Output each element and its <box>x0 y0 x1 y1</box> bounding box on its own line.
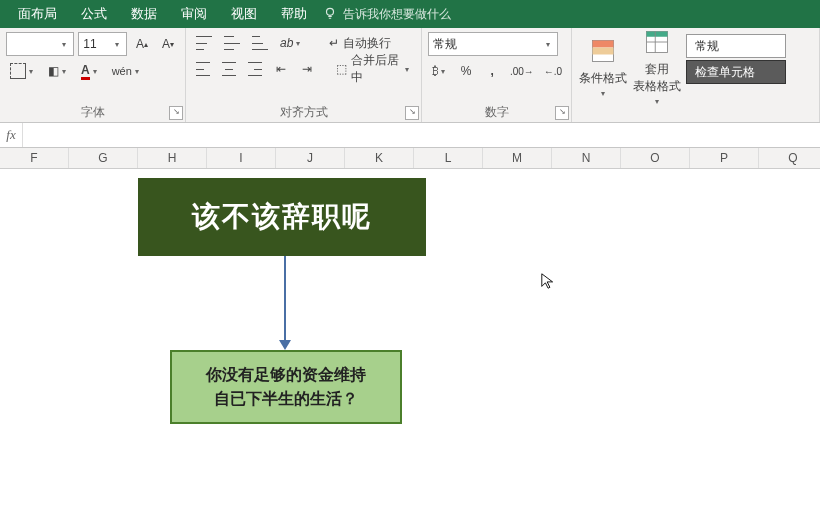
align-left-button[interactable] <box>192 58 214 80</box>
menu-layout[interactable]: 面布局 <box>6 0 69 28</box>
table-icon <box>643 28 671 59</box>
lightbulb-icon <box>323 6 337 23</box>
col-header[interactable]: K <box>345 148 414 168</box>
menu-help[interactable]: 帮助 <box>269 0 319 28</box>
percent-icon: % <box>461 64 472 78</box>
column-headers: F G H I J K L M N O P Q <box>0 148 820 169</box>
tell-me[interactable]: 告诉我你想要做什么 <box>323 6 451 23</box>
col-header[interactable]: F <box>0 148 69 168</box>
fill-color-button[interactable]: ◧▾ <box>44 60 73 82</box>
group-alignment: ab▾ ↵ 自动换行 ⇤ ⇥ ⬚ 合并后居中 ▾ 对齐方式 ↘ <box>186 28 422 122</box>
bucket-icon: ◧ <box>48 64 59 78</box>
menu-formula[interactable]: 公式 <box>69 0 119 28</box>
group-styles: 条件格式▾ 套用 表格格式▾ 常规 检查单元格 <box>572 28 820 122</box>
align-bottom-button[interactable] <box>248 32 272 54</box>
wrap-icon: ↵ <box>329 36 339 50</box>
fx-icon[interactable]: fx <box>0 123 23 147</box>
svg-point-0 <box>327 8 334 15</box>
wrap-text-button[interactable]: ↵ 自动换行 <box>325 32 395 54</box>
formula-input[interactable] <box>23 123 820 147</box>
tell-me-label: 告诉我你想要做什么 <box>343 6 451 23</box>
increase-indent-button[interactable]: ⇥ <box>296 58 318 80</box>
phonetic-button[interactable]: wén▾ <box>108 60 146 82</box>
group-number-label: 数字 <box>422 104 571 121</box>
decrease-font-button[interactable]: A▾ <box>157 33 179 55</box>
align-right-button[interactable] <box>244 58 266 80</box>
group-alignment-label: 对齐方式 <box>186 104 421 121</box>
accounting-button[interactable]: ₿▾ <box>428 60 451 82</box>
comma-icon: , <box>491 64 494 78</box>
font-launcher[interactable]: ↘ <box>169 106 183 120</box>
shape-title-box[interactable]: 该不该辞职呢 <box>138 178 426 256</box>
currency-icon: ₿ <box>432 64 439 78</box>
align-left-icon <box>196 62 210 76</box>
align-middle-icon <box>224 36 240 50</box>
svg-rect-2 <box>593 40 614 47</box>
worksheet[interactable]: F G H I J K L M N O P Q 该不该辞职呢 你没有足够的资金维… <box>0 148 820 528</box>
orientation-button[interactable]: ab▾ <box>276 32 307 54</box>
cell-style-check[interactable]: 检查单元格 <box>686 60 786 84</box>
cell-style-normal[interactable]: 常规 <box>686 34 786 58</box>
cond-format-icon <box>589 37 617 68</box>
increase-decimal-button[interactable]: .00→ <box>507 60 536 82</box>
indent-icon: ⇥ <box>302 62 312 76</box>
col-header[interactable]: M <box>483 148 552 168</box>
ribbon: ▾ 11▾ A▴ A▾ ▾ ◧▾ A▾ wén▾ 字体 ↘ ab▾ ↵ 自动换行 <box>0 28 820 123</box>
col-header[interactable]: N <box>552 148 621 168</box>
cell-styles-gallery[interactable]: 常规 检查单元格 <box>686 34 786 122</box>
percent-button[interactable]: % <box>455 60 477 82</box>
arrow-connector[interactable] <box>284 256 286 342</box>
align-center-button[interactable] <box>218 58 240 80</box>
font-name-combo[interactable]: ▾ <box>6 32 74 56</box>
group-number: 常规▾ ₿▾ % , .00→ ←.0 数字 ↘ <box>422 28 572 122</box>
group-font-label: 字体 <box>0 104 185 121</box>
align-top-icon <box>196 36 212 50</box>
sheet-canvas[interactable]: 该不该辞职呢 你没有足够的资金维持 自已下半生的生活？ <box>0 168 820 528</box>
merge-icon: ⬚ <box>336 62 347 76</box>
col-header[interactable]: L <box>414 148 483 168</box>
decrease-indent-button[interactable]: ⇤ <box>270 58 292 80</box>
col-header[interactable]: I <box>207 148 276 168</box>
group-font: ▾ 11▾ A▴ A▾ ▾ ◧▾ A▾ wén▾ 字体 ↘ <box>0 28 186 122</box>
decrease-decimal-button[interactable]: ←.0 <box>541 60 565 82</box>
col-header[interactable]: P <box>690 148 759 168</box>
menu-data[interactable]: 数据 <box>119 0 169 28</box>
col-header[interactable]: Q <box>759 148 820 168</box>
col-header[interactable]: H <box>138 148 207 168</box>
comma-button[interactable]: , <box>481 60 503 82</box>
align-center-icon <box>222 62 236 76</box>
merge-center-button[interactable]: ⬚ 合并后居中 ▾ <box>332 58 415 80</box>
font-color-button[interactable]: A▾ <box>77 60 104 82</box>
menu-bar: 面布局 公式 数据 审阅 视图 帮助 告诉我你想要做什么 <box>0 0 820 28</box>
menu-review[interactable]: 审阅 <box>169 0 219 28</box>
menu-view[interactable]: 视图 <box>219 0 269 28</box>
outdent-icon: ⇤ <box>276 62 286 76</box>
align-bottom-icon <box>252 36 268 50</box>
border-icon <box>10 63 26 79</box>
align-top-button[interactable] <box>192 32 216 54</box>
merge-label: 合并后居中 <box>351 52 403 86</box>
dec-dec-icon: ←.0 <box>544 66 562 77</box>
align-right-icon <box>248 62 262 76</box>
number-format-combo[interactable]: 常规▾ <box>428 32 558 56</box>
font-size-combo[interactable]: 11▾ <box>78 32 127 56</box>
arrow-head-icon <box>279 340 291 350</box>
svg-rect-5 <box>647 32 668 37</box>
wrap-label: 自动换行 <box>343 35 391 52</box>
cond-format-label: 条件格式 <box>579 70 627 87</box>
orientation-icon: ab <box>280 36 293 50</box>
number-launcher[interactable]: ↘ <box>555 106 569 120</box>
align-middle-button[interactable] <box>220 32 244 54</box>
alignment-launcher[interactable]: ↘ <box>405 106 419 120</box>
formula-bar: fx <box>0 123 820 148</box>
increase-font-button[interactable]: A▴ <box>131 33 153 55</box>
col-header[interactable]: G <box>69 148 138 168</box>
table-label: 套用 表格格式 <box>633 61 681 95</box>
conditional-format-button[interactable]: 条件格式▾ <box>578 34 628 100</box>
svg-rect-3 <box>593 47 614 54</box>
format-table-button[interactable]: 套用 表格格式▾ <box>632 34 682 100</box>
col-header[interactable]: O <box>621 148 690 168</box>
border-button[interactable]: ▾ <box>6 60 40 82</box>
shape-question-box[interactable]: 你没有足够的资金维持 自已下半生的生活？ <box>170 350 402 424</box>
col-header[interactable]: J <box>276 148 345 168</box>
